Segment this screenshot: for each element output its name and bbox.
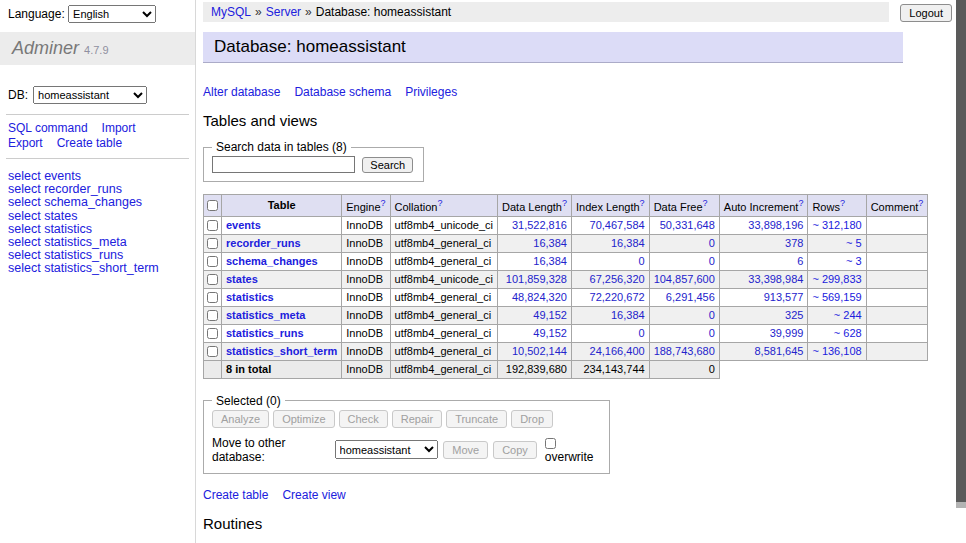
auto-increment-cell: 6 <box>719 252 808 270</box>
analyze-button[interactable]: Analyze <box>212 410 269 428</box>
row-checkbox-cell <box>204 270 222 288</box>
copy-button[interactable]: Copy <box>493 441 537 459</box>
column-header-auto-increment: Auto Increment? <box>719 195 808 217</box>
rows-count-link[interactable]: ~ 312,180 <box>812 219 861 231</box>
comment-cell <box>866 234 928 252</box>
breadcrumb-mysql-link[interactable]: MySQL <box>211 5 251 19</box>
export-link[interactable]: Export <box>8 136 43 150</box>
table-row: schema_changesInnoDButf8mb4_general_ci16… <box>204 252 928 270</box>
create-table-link[interactable]: Create table <box>57 136 122 150</box>
sidebar-select-link[interactable]: select schema_changes <box>8 196 195 209</box>
engine-cell: InnoDB <box>342 306 390 324</box>
check-button[interactable]: Check <box>339 410 388 428</box>
rows-count-link[interactable]: ~ 569,159 <box>812 291 861 303</box>
total-label-cell: 8 in total <box>222 360 342 378</box>
table-name-link[interactable]: statistics_runs <box>226 327 304 339</box>
column-header-engine: Engine? <box>342 195 390 217</box>
data-length-cell: 31,522,816 <box>498 216 572 234</box>
row-checkbox[interactable] <box>207 328 218 339</box>
row-checkbox[interactable] <box>207 274 218 285</box>
table-name-link[interactable]: events <box>226 219 261 231</box>
table-name-link[interactable]: statistics_meta <box>226 309 306 321</box>
column-header-label: Collation <box>395 201 438 213</box>
rows-count-link[interactable]: ~ 299,833 <box>812 273 861 285</box>
rows-count-cell: ~ 3 <box>808 252 866 270</box>
table-name-link[interactable]: schema_changes <box>226 255 318 267</box>
row-checkbox-cell <box>204 288 222 306</box>
rows-count-link[interactable]: ~ 136,108 <box>812 345 861 357</box>
column-help-link[interactable]: ? <box>562 198 567 208</box>
rows-count-link[interactable]: ~ 244 <box>834 309 862 321</box>
selected-fieldset: Selected (0) AnalyzeOptimizeCheckRepairT… <box>203 394 610 474</box>
column-header-label: Engine <box>346 201 380 213</box>
optimize-button[interactable]: Optimize <box>273 410 334 428</box>
column-help-link[interactable]: ? <box>703 198 708 208</box>
move-button[interactable]: Move <box>443 441 488 459</box>
column-help-link[interactable]: ? <box>437 198 442 208</box>
privileges-link[interactable]: Privileges <box>405 85 457 99</box>
truncate-button[interactable]: Truncate <box>446 410 507 428</box>
data-length-cell: 10,502,144 <box>498 342 572 360</box>
comment-cell <box>866 288 928 306</box>
selected-actions: AnalyzeOptimizeCheckRepairTruncateDrop <box>212 410 599 428</box>
table-name-cell: states <box>222 270 342 288</box>
column-header-label: Data Length <box>502 201 562 213</box>
index-length-cell: 67,256,320 <box>571 270 649 288</box>
import-link[interactable]: Import <box>102 121 136 135</box>
column-help-link[interactable]: ? <box>381 198 386 208</box>
column-help-link[interactable]: ? <box>840 198 845 208</box>
logout-button[interactable]: Logout <box>900 4 952 22</box>
row-checkbox[interactable] <box>207 220 218 231</box>
search-button[interactable]: Search <box>362 157 413 173</box>
select-all-checkbox[interactable] <box>207 200 218 211</box>
row-checkbox[interactable] <box>207 238 218 249</box>
index-length-cell: 16,384 <box>571 234 649 252</box>
table-name-cell: events <box>222 216 342 234</box>
app-version: 4.7.9 <box>84 44 108 56</box>
database-schema-link[interactable]: Database schema <box>294 85 391 99</box>
table-name-link[interactable]: statistics <box>226 291 274 303</box>
table-name-link[interactable]: recorder_runs <box>226 237 301 249</box>
column-help-link[interactable]: ? <box>918 198 923 208</box>
create-view-link[interactable]: Create view <box>282 488 345 502</box>
sidebar: Language: English Adminer4.7.9 DB: homea… <box>0 0 196 543</box>
row-checkbox[interactable] <box>207 310 218 321</box>
rows-count-link[interactable]: ~ 628 <box>834 327 862 339</box>
sidebar-select-link[interactable]: select statistics_short_term <box>8 262 195 275</box>
rows-count-link[interactable]: ~ 5 <box>846 237 862 249</box>
repair-button[interactable]: Repair <box>392 410 442 428</box>
alter-database-link[interactable]: Alter database <box>203 85 280 99</box>
row-checkbox[interactable] <box>207 292 218 303</box>
data-length-cell: 101,859,328 <box>498 270 572 288</box>
column-help-link[interactable]: ? <box>798 198 803 208</box>
sidebar-select-link[interactable]: select states <box>8 210 195 223</box>
data-free-cell: 104,857,600 <box>649 270 719 288</box>
collation-cell: utf8mb4_general_ci <box>390 306 497 324</box>
rows-count-link[interactable]: ~ 3 <box>846 255 862 267</box>
column-header-data-length: Data Length? <box>498 195 572 217</box>
table-name-link[interactable]: statistics_short_term <box>226 345 337 357</box>
search-input[interactable] <box>212 156 355 173</box>
overwrite-checkbox[interactable] <box>545 438 556 449</box>
auto-increment-cell: 8,581,645 <box>719 342 808 360</box>
column-help-link[interactable]: ? <box>640 198 645 208</box>
sidebar-actions: SQL commandImport ExportCreate table <box>6 114 189 159</box>
rows-count-cell: ~ 569,159 <box>808 288 866 306</box>
row-checkbox-cell <box>204 306 222 324</box>
overwrite-label: overwrite <box>545 450 594 464</box>
scrollbar-thumb[interactable] <box>956 0 966 502</box>
db-select[interactable]: homeassistant <box>33 86 147 104</box>
create-table-link-main[interactable]: Create table <box>203 488 268 502</box>
vertical-scrollbar[interactable] <box>956 0 966 543</box>
row-checkbox[interactable] <box>207 346 218 357</box>
column-header-rows: Rows? <box>808 195 866 217</box>
table-name-link[interactable]: states <box>226 273 258 285</box>
row-checkbox[interactable] <box>207 256 218 267</box>
rows-count-cell: ~ 5 <box>808 234 866 252</box>
sql-command-link[interactable]: SQL command <box>8 121 88 135</box>
language-select[interactable]: English <box>68 5 156 23</box>
breadcrumb-server-link[interactable]: Server <box>266 5 301 19</box>
drop-button[interactable]: Drop <box>511 410 553 428</box>
table-row: recorder_runsInnoDButf8mb4_general_ci16,… <box>204 234 928 252</box>
move-database-select[interactable]: homeassistant <box>335 440 439 459</box>
